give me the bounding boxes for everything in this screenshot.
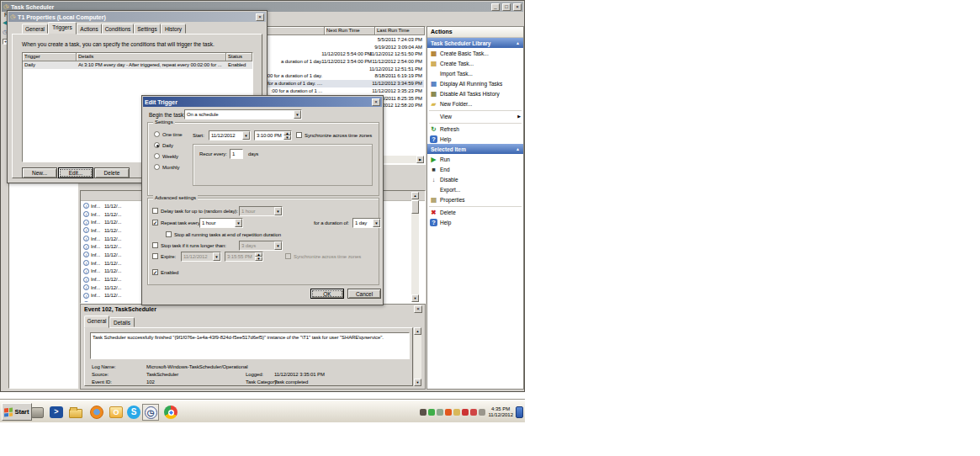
column-header-next-run[interactable]: Next Run Time [325,27,375,35]
column-header-status[interactable]: Status [226,53,252,61]
stop-all-tasks-checkbox[interactable] [166,231,172,237]
action-item[interactable]: ▶ Run [427,154,523,164]
action-item[interactable]: ▦ Create Basic Task... [427,48,523,58]
event-pane-scrollbar[interactable]: ▲ ▼ [414,327,421,386]
start-button[interactable]: Start [2,403,32,421]
close-button[interactable]: × [513,3,522,11]
delay-task-checkbox[interactable] [152,208,158,214]
action-item[interactable]: Export... [427,184,523,194]
expire-time-spinner: 3:15:55 PM ▲ ▼ [225,252,263,262]
column-header-last-run[interactable]: Last Run Time [375,27,425,35]
stop-task-checkbox[interactable] [152,242,158,248]
enabled-checkbox[interactable]: ✓ [152,269,158,275]
tray-icon[interactable] [428,409,435,416]
expire-checkbox[interactable] [152,253,158,259]
radio-monthly[interactable] [154,164,160,170]
sync-timezones-checkbox[interactable] [296,132,302,138]
action-item-label: New Folder... [440,101,472,107]
repeat-task-checkbox[interactable]: ✓ [152,220,158,225]
tab-details[interactable]: Details [109,317,135,327]
scroll-down-button[interactable]: ▼ [414,379,421,386]
tray-icon[interactable] [470,409,477,416]
column-header-details[interactable]: Details [77,53,226,61]
ok-button[interactable]: OK [310,289,344,299]
close-button[interactable]: × [256,13,264,21]
tray-icon[interactable] [437,409,443,416]
collapse-icon[interactable]: ▲ [516,40,520,45]
skype-icon[interactable]: S [125,404,142,421]
display-settings-tray-icon[interactable] [516,406,523,418]
outlook-icon[interactable]: O [108,404,124,421]
action-item[interactable]: ▤ Create Task... [427,58,523,68]
dropdown-icon[interactable]: ▼ [373,219,380,227]
tray-icon[interactable] [453,409,460,416]
new-button[interactable]: New... [22,167,57,178]
column-header-trigger[interactable]: Trigger [23,53,77,61]
file-explorer-icon[interactable] [67,404,84,421]
tab-triggers[interactable]: Triggers [48,22,77,34]
scroll-right-button[interactable]: ▶ [416,156,424,163]
edit-button[interactable]: Edit... [58,167,93,178]
action-item[interactable]: View ▶ [427,111,523,121]
maximize-button[interactable]: □ [502,3,511,11]
start-date-picker[interactable]: 11/12/2012 ▼ [209,130,251,141]
task-scheduler-taskbar-icon[interactable]: ◷ [142,404,159,421]
duration-combobox[interactable]: 1 day ▼ [352,218,381,228]
radio-daily[interactable] [154,142,160,148]
remote-session-icon[interactable] [29,404,45,421]
tab-settings[interactable]: Settings [134,24,161,34]
spin-down-icon[interactable]: ▼ [283,135,291,140]
scrollbar-thumb[interactable] [411,200,419,214]
chrome-icon[interactable] [162,404,179,421]
begin-task-combobox[interactable]: On a schedule ▼ [184,109,302,119]
repeat-interval-combobox[interactable]: 1 hour ▼ [199,218,243,228]
taskbar-clock[interactable]: 4:35 PM 11/12/2012 [488,406,513,418]
action-item[interactable]: ↻ Refresh [427,124,523,134]
tray-icon[interactable] [445,409,452,416]
close-button[interactable]: × [372,98,380,106]
delete-button[interactable]: Delete [94,167,130,178]
start-time-spinner[interactable]: 3:10:00 PM ▲ ▼ [254,130,292,141]
tab-history[interactable]: History [161,24,186,34]
minimize-button[interactable]: _ [491,3,500,11]
events-vertical-scrollbar[interactable]: ▲ ▼ [411,192,419,302]
event-pane-close-button[interactable]: × [414,305,422,313]
action-item[interactable]: ▰ New Folder... [427,98,523,109]
firefox-icon[interactable] [88,404,105,421]
collapse-icon[interactable]: ▲ [516,146,520,151]
action-item[interactable]: ■ End [427,164,523,174]
action-item[interactable]: ↓ Disable [427,174,523,184]
tab-general[interactable]: General [84,315,109,328]
section-header-task-scheduler-library[interactable]: Task Scheduler Library ▲ [427,38,523,48]
scroll-down-button[interactable]: ▼ [411,294,419,302]
tab-conditions[interactable]: Conditions [102,24,134,34]
tray-icon[interactable] [420,409,426,416]
powershell-icon[interactable]: > [48,404,65,421]
event-level: Inf... [91,293,104,298]
task-last-run: 11/12/2012 12:51:51 PM [369,66,422,72]
section-header-selected-item[interactable]: Selected Item ▲ [427,144,523,154]
action-item[interactable]: Import Task... [427,68,523,78]
action-item[interactable]: ? Help [427,217,523,227]
radio-weekly[interactable] [154,153,160,159]
dropdown-icon[interactable]: ▼ [242,131,250,140]
action-item[interactable]: ✖ Delete [427,207,523,217]
tab-general[interactable]: General [22,24,48,34]
tray-icon[interactable] [462,409,469,416]
action-item[interactable]: ▦ Disable All Tasks History [427,88,523,98]
radio-one-time[interactable] [154,131,160,137]
recur-every-input[interactable]: 1 [230,149,243,159]
scroll-up-button[interactable]: ▲ [414,327,421,335]
event-message-box[interactable]: Task Scheduler successfully finished "{9… [90,332,410,359]
tray-icon[interactable] [479,409,485,416]
action-item[interactable]: ▦ Display All Running Tasks [427,78,523,88]
tab-actions[interactable]: Actions [77,24,102,34]
action-item[interactable]: ▤ Properties [427,194,523,204]
dropdown-icon[interactable]: ▼ [235,219,242,227]
trigger-row[interactable]: Daily At 3:10 PM every day - After trigg… [23,61,252,69]
dropdown-icon[interactable]: ▼ [294,110,301,119]
action-item[interactable]: ? Help [427,134,523,144]
section-header-label: Task Scheduler Library [431,40,490,46]
cancel-button[interactable]: Cancel [347,289,381,299]
scroll-up-button[interactable]: ▲ [411,192,419,199]
